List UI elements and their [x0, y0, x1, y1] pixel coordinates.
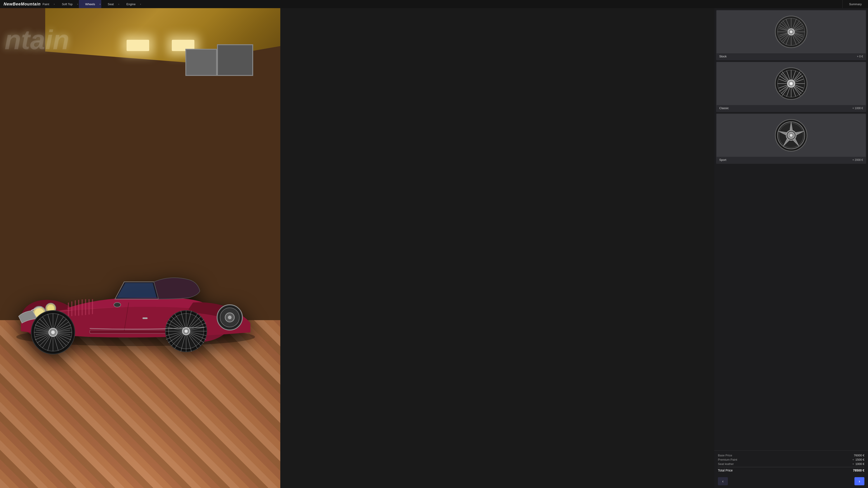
wall-artwork-right — [217, 44, 253, 76]
viewport-background: ntain — [0, 8, 280, 244]
nav-item-softtop[interactable]: Soft Top › — [56, 0, 79, 8]
chevron-right-icon: › — [119, 3, 119, 5]
chevron-right-icon: › — [54, 3, 55, 5]
nav-item-seat[interactable]: Seat › — [101, 0, 120, 8]
chevron-right-icon: › — [140, 3, 141, 5]
nav-item-engine[interactable]: Engine › — [120, 0, 142, 8]
nav-item-paint[interactable]: Paint › — [36, 0, 56, 8]
nav-items-container: Paint › Soft Top › Wheels › Seat › Engin… — [36, 0, 434, 8]
brand-logo: NewBeeMountain — [0, 2, 36, 6]
wall-artwork-center — [185, 49, 217, 76]
chevron-right-icon: › — [77, 3, 78, 5]
nav-item-wheels[interactable]: Wheels › — [79, 0, 101, 8]
car-svg — [0, 80, 280, 244]
car-display — [0, 80, 280, 244]
chevron-right-icon: › — [100, 3, 101, 5]
car-viewport: ntain — [0, 8, 280, 244]
top-navigation: NewBeeMountain Paint › Soft Top › Wheels… — [0, 0, 434, 8]
ceiling-light-left — [127, 40, 149, 51]
